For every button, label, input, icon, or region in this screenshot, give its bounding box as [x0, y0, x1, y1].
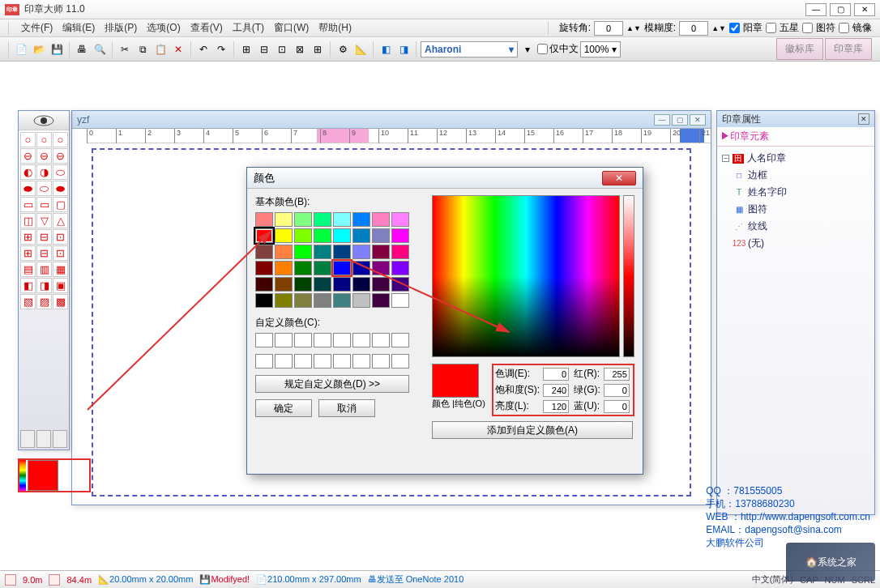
basic-color-43[interactable] [314, 293, 331, 308]
tb-open-icon[interactable]: 📂 [31, 41, 47, 58]
tool-7[interactable]: ◑ [36, 164, 52, 180]
tool-30[interactable]: ▧ [20, 294, 36, 309]
tb-redo-icon[interactable]: ↷ [213, 41, 229, 58]
basic-color-14[interactable] [372, 228, 390, 243]
doc-titlebar[interactable]: yzf — ▢ ✕ [72, 111, 711, 129]
menu-help[interactable]: 帮助(H) [314, 19, 357, 36]
tb-align2-icon[interactable]: ⊟ [256, 41, 272, 58]
basic-color-31[interactable] [391, 261, 409, 275]
basic-color-15[interactable] [391, 228, 409, 243]
basic-color-22[interactable] [372, 245, 390, 259]
tree-item-4[interactable]: 123(无) [722, 235, 869, 252]
basic-color-25[interactable] [275, 261, 293, 275]
custom-color-slot[interactable] [255, 354, 273, 369]
basic-color-9[interactable] [275, 228, 293, 243]
custom-color-slot[interactable] [372, 354, 390, 369]
tb-win1-icon[interactable]: ◧ [378, 41, 394, 58]
tool-28[interactable]: ◨ [36, 278, 52, 293]
basic-color-44[interactable] [333, 293, 351, 308]
rotate-input[interactable] [594, 21, 623, 36]
close-button[interactable]: ✕ [854, 3, 875, 16]
tool-17[interactable]: △ [53, 213, 68, 228]
tool-0[interactable]: ○ [20, 132, 36, 147]
basic-color-10[interactable] [294, 228, 312, 243]
basic-color-41[interactable] [275, 293, 293, 308]
menu-window[interactable]: 窗口(W) [269, 19, 314, 36]
basic-color-18[interactable] [294, 245, 312, 259]
maximize-button[interactable]: ▢ [830, 3, 851, 16]
custom-color-slot[interactable] [352, 333, 370, 347]
custom-color-slot[interactable] [294, 354, 312, 369]
menu-layout[interactable]: 排版(P) [100, 19, 142, 36]
basic-color-1[interactable] [275, 212, 293, 227]
custom-color-slot[interactable] [314, 333, 331, 347]
color-swatch[interactable] [28, 460, 58, 491]
tool-5[interactable]: ⊖ [53, 148, 68, 164]
tool-26[interactable]: ▦ [53, 262, 68, 277]
basic-color-2[interactable] [294, 212, 312, 227]
basic-color-36[interactable] [333, 277, 351, 292]
basic-color-30[interactable] [372, 261, 390, 275]
palette-btn-3[interactable] [53, 430, 67, 448]
tool-32[interactable]: ▩ [53, 294, 68, 309]
dialog-titlebar[interactable]: 颜色 ✕ [247, 168, 643, 189]
basic-color-33[interactable] [275, 277, 293, 292]
basic-color-20[interactable] [333, 245, 351, 259]
tool-29[interactable]: ▣ [53, 278, 68, 293]
custom-color-slot[interactable] [391, 333, 409, 347]
basic-color-38[interactable] [372, 277, 390, 292]
menu-options[interactable]: 选项(O) [142, 19, 185, 36]
tree-item-2[interactable]: ▦图符 [722, 201, 869, 218]
tab-badges[interactable]: 徽标库 [776, 38, 823, 60]
basic-color-7[interactable] [391, 212, 409, 227]
basic-color-5[interactable] [352, 212, 370, 227]
basic-color-27[interactable] [314, 261, 331, 275]
tool-8[interactable]: ⬭ [53, 164, 68, 180]
tb-preview-icon[interactable]: 🔍 [92, 41, 108, 58]
tool-18[interactable]: ⊞ [20, 229, 36, 245]
props-section[interactable]: ▶印章元素 [717, 127, 874, 147]
basic-color-45[interactable] [352, 293, 370, 308]
tool-13[interactable]: ▭ [36, 197, 52, 212]
minimize-button[interactable]: — [805, 3, 827, 16]
basic-color-34[interactable] [294, 277, 312, 292]
basic-color-35[interactable] [314, 277, 331, 292]
tool-16[interactable]: ▽ [36, 213, 52, 228]
menu-view[interactable]: 查看(V) [186, 19, 228, 36]
zoom-combo[interactable]: 100%▾ [580, 41, 621, 58]
basic-color-26[interactable] [294, 261, 312, 275]
luminance-slider[interactable] [623, 195, 634, 357]
tool-4[interactable]: ⊖ [36, 148, 52, 164]
tool-27[interactable]: ◧ [20, 278, 36, 293]
cb-cnonly[interactable] [537, 44, 548, 54]
props-close-button[interactable]: ✕ [858, 113, 869, 125]
basic-color-16[interactable] [255, 245, 273, 259]
custom-color-slot[interactable] [333, 333, 351, 347]
blur-input[interactable] [679, 21, 708, 36]
tb-align5-icon[interactable]: ⊞ [310, 41, 326, 58]
tool-20[interactable]: ⊡ [53, 229, 68, 245]
ruler-horizontal[interactable]: 012345678910111213141516171819202122 [87, 129, 711, 143]
palette-btn-1[interactable] [20, 430, 35, 448]
ok-button[interactable]: 确定 [255, 399, 312, 417]
tool-31[interactable]: ▨ [36, 294, 52, 309]
tool-21[interactable]: ⊞ [20, 245, 36, 261]
red-input[interactable] [604, 368, 630, 381]
tree-item-0[interactable]: □边框 [722, 167, 869, 184]
tb-delete-icon[interactable]: ✕ [170, 41, 186, 58]
basic-color-19[interactable] [314, 245, 331, 259]
tb-undo-icon[interactable]: ↶ [195, 41, 211, 58]
tb-save-icon[interactable]: 💾 [49, 41, 65, 58]
tool-12[interactable]: ▭ [20, 197, 36, 212]
tb-fontdd-icon[interactable]: ▾ [519, 41, 536, 58]
custom-color-slot[interactable] [352, 354, 370, 369]
basic-color-24[interactable] [255, 261, 273, 275]
tool-23[interactable]: ⊡ [53, 245, 68, 261]
tb-cut-icon[interactable]: ✂ [117, 41, 133, 58]
tool-3[interactable]: ⊖ [20, 148, 36, 164]
tb-print-icon[interactable]: 🖶 [74, 41, 90, 58]
basic-color-32[interactable] [255, 277, 273, 292]
current-color-box[interactable] [18, 458, 91, 492]
palette-btn-2[interactable] [36, 430, 51, 448]
basic-color-11[interactable] [314, 228, 331, 243]
